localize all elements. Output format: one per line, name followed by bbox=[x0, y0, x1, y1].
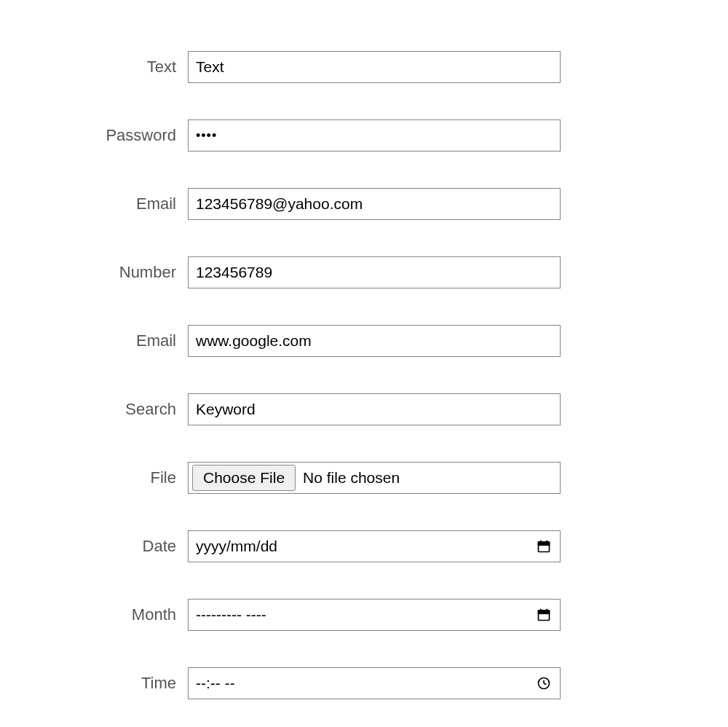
choose-file-button[interactable]: Choose File bbox=[192, 465, 296, 491]
form-row-password: Password •••• bbox=[0, 119, 728, 152]
form-row-email-2: Email www.google.com bbox=[0, 325, 728, 357]
svg-rect-5 bbox=[539, 610, 550, 613]
password-label: Password bbox=[0, 126, 188, 145]
month-input-value: --------- ---- bbox=[196, 606, 266, 624]
file-input[interactable]: Choose File No file chosen bbox=[188, 462, 561, 494]
form-row-time: Time --:-- -- bbox=[0, 667, 728, 699]
number-input-value: 123456789 bbox=[196, 264, 272, 281]
date-label: Date bbox=[0, 537, 188, 556]
form-container: Text Text Password •••• Email 123456789@… bbox=[0, 51, 728, 699]
file-label: File bbox=[0, 468, 188, 487]
file-input-inner: Choose File No file chosen bbox=[192, 465, 556, 491]
password-input[interactable]: •••• bbox=[188, 119, 561, 152]
search-label: Search bbox=[0, 400, 188, 419]
date-input-value: yyyy/mm/dd bbox=[196, 538, 277, 555]
calendar-icon[interactable] bbox=[537, 539, 551, 554]
form-row-email-1: Email 123456789@yahoo.com bbox=[0, 188, 728, 220]
password-input-value: •••• bbox=[196, 128, 217, 144]
form-row-search: Search Keyword bbox=[0, 393, 728, 425]
search-input[interactable]: Keyword bbox=[188, 393, 561, 425]
text-input-value: Text bbox=[196, 58, 224, 76]
svg-line-10 bbox=[544, 683, 546, 685]
number-label: Number bbox=[0, 263, 188, 282]
search-input-value: Keyword bbox=[196, 401, 256, 418]
month-input[interactable]: --------- ---- bbox=[188, 599, 561, 631]
text-label: Text bbox=[0, 58, 188, 76]
form-row-file: File Choose File No file chosen bbox=[0, 462, 728, 494]
time-label: Time bbox=[0, 674, 188, 693]
email-2-input[interactable]: www.google.com bbox=[188, 325, 561, 357]
text-input[interactable]: Text bbox=[188, 51, 561, 83]
form-row-number: Number 123456789 bbox=[0, 256, 728, 288]
svg-rect-1 bbox=[539, 542, 550, 545]
email-2-input-value: www.google.com bbox=[196, 332, 312, 350]
time-input-value: --:-- -- bbox=[196, 675, 235, 692]
email-2-label: Email bbox=[0, 331, 188, 350]
email-1-input-value: 123456789@yahoo.com bbox=[196, 195, 363, 213]
month-label: Month bbox=[0, 605, 188, 624]
email-1-label: Email bbox=[0, 194, 188, 213]
file-status-text: No file chosen bbox=[303, 469, 400, 487]
number-input[interactable]: 123456789 bbox=[188, 256, 561, 288]
calendar-icon[interactable] bbox=[537, 608, 551, 622]
form-row-month: Month --------- ---- bbox=[0, 599, 728, 631]
date-input[interactable]: yyyy/mm/dd bbox=[188, 530, 561, 562]
email-1-input[interactable]: 123456789@yahoo.com bbox=[188, 188, 561, 220]
clock-icon[interactable] bbox=[537, 676, 551, 691]
form-row-text: Text Text bbox=[0, 51, 728, 83]
form-row-date: Date yyyy/mm/dd bbox=[0, 530, 728, 562]
time-input[interactable]: --:-- -- bbox=[188, 667, 561, 699]
